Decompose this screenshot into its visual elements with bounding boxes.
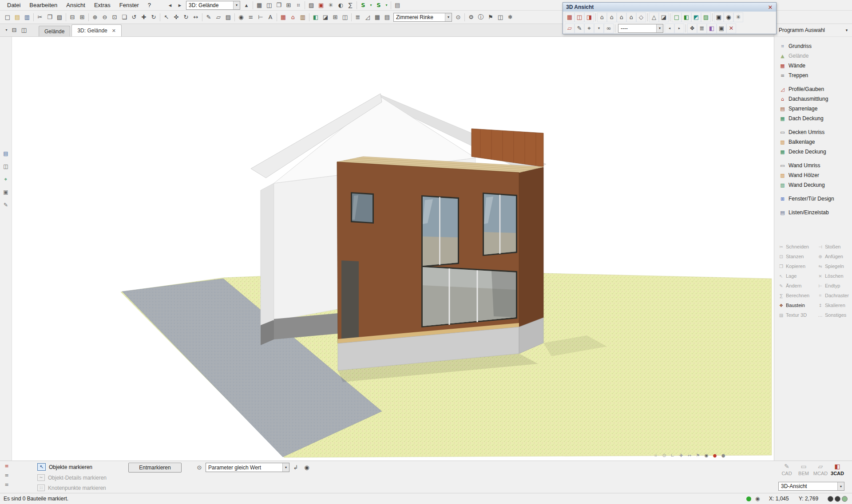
list-icon[interactable]: ▤ (382, 13, 392, 22)
select-objects-icon[interactable]: ↖ (37, 463, 46, 471)
copy-image-icon[interactable]: ❐ (274, 1, 284, 10)
redraw-icon[interactable]: ↻ (149, 13, 159, 22)
camera-views-icon[interactable]: ▣ (1, 187, 11, 197)
profile-selector-arrow-icon[interactable]: ▾ (445, 13, 452, 21)
select-objects-row[interactable]: ↖ Objekte markieren (37, 463, 92, 471)
script-menu-1-caret-icon[interactable]: ▾ (368, 1, 374, 10)
filter-next-icon[interactable]: ▸ (674, 24, 684, 33)
tool-l-schen[interactable]: ✕Löschen (817, 271, 852, 281)
pane-options-caret-icon[interactable]: ▾ (4, 26, 9, 35)
snap-grid-icon[interactable]: ⌗ (652, 452, 659, 459)
tool-ndern[interactable]: ✎Ändern (778, 281, 817, 291)
table-icon[interactable]: ▦ (373, 13, 382, 22)
zoom-out-icon[interactable]: ⊖ (100, 13, 110, 22)
print-icon[interactable]: ⊟ (67, 13, 77, 22)
database-icon[interactable]: ▤ (392, 1, 402, 10)
view-selector[interactable]: 3D: Gelände▾ (186, 1, 240, 10)
visibility-icon[interactable]: ◉ (236, 13, 246, 22)
view-mode-combo[interactable]: 3D-Ansicht ▾ (778, 482, 844, 491)
front-elevation-icon[interactable]: ◫ (575, 12, 584, 22)
node-points-icon[interactable]: ∷ (37, 484, 45, 491)
red-indicator-dot[interactable]: ● (711, 452, 718, 459)
program-item-dachausmittlung[interactable]: ⌂Dachausmittlung (774, 94, 852, 104)
select-icon[interactable]: ↖ (162, 13, 171, 22)
move-icon[interactable]: ✜ (171, 13, 181, 22)
menu-datei[interactable]: Datei (3, 0, 25, 10)
storey-icon[interactable]: ◫ (1, 161, 11, 171)
settings-gear-icon[interactable]: ⚙ (466, 13, 476, 22)
zoom-window-icon[interactable]: ⊡ (110, 13, 119, 22)
perspective-view-icon[interactable]: △ (649, 12, 659, 22)
program-panel-header[interactable]: Programm Auswahl ▾ (774, 24, 852, 37)
users-icon[interactable]: ◫ (495, 13, 505, 22)
status-eye-icon[interactable]: ◉ (755, 496, 760, 502)
dimension-toggle-icon[interactable]: ↔ (686, 452, 693, 459)
shadow-icon[interactable]: ◐ (336, 1, 345, 10)
close-tool-icon[interactable]: ✕ (726, 24, 736, 33)
history-back-icon[interactable]: ◂ (165, 1, 175, 10)
snowflake-icon[interactable]: ❄ (505, 13, 515, 22)
parameter-search-field[interactable]: ▾ (206, 463, 289, 472)
program-item-decke-deckung[interactable]: ▦Decke Deckung (774, 147, 852, 157)
group-layers-icon[interactable]: ≡ (3, 481, 11, 488)
search-icon[interactable]: ⊙ (194, 463, 204, 472)
house-east-view-icon[interactable]: ⌂ (607, 12, 617, 22)
palette-close-icon[interactable]: ✕ (766, 4, 774, 11)
grid-icon[interactable]: ⌗ (293, 1, 303, 10)
tool-sonstiges[interactable]: …Sonstiges (817, 310, 852, 320)
zoom-previous-icon[interactable]: ↺ (129, 13, 139, 22)
snap-object-icon[interactable]: ⊙ (661, 452, 668, 459)
project-structure-icon[interactable]: ▤ (1, 149, 11, 158)
textured-mode-icon[interactable]: ▨ (701, 12, 711, 22)
isometric-view-icon[interactable]: ◇ (636, 12, 646, 22)
program-item-wand-umriss[interactable]: ▭Wand Umriss (774, 161, 852, 170)
light-icon[interactable]: ✳ (326, 1, 336, 10)
layout-icon[interactable]: ⊞ (284, 1, 293, 10)
tool-dachraster[interactable]: ⌗Dachraster (817, 291, 852, 300)
marks-icon[interactable]: ⚑ (694, 452, 701, 459)
tool-stanzen[interactable]: ⊡Stanzen (778, 252, 817, 261)
annotate-icon[interactable]: ✎ (575, 24, 584, 33)
find-object-icon[interactable]: ◉ (302, 463, 312, 472)
filter-prev-icon[interactable]: ◂ (665, 24, 674, 33)
window-tool-icon[interactable]: ⊞ (330, 13, 340, 22)
info-icon[interactable]: ⓘ (476, 13, 486, 22)
text-icon[interactable]: A (266, 13, 275, 22)
layer-filter-combo[interactable]: ----▾ (618, 24, 663, 33)
photo-icon[interactable]: ◉ (724, 12, 733, 22)
viewport-canvas[interactable] (12, 37, 774, 461)
script-menu-2-caret-icon[interactable]: ▾ (384, 1, 389, 10)
program-item-wand-h-lzer[interactable]: ▥Wand Hölzer (774, 170, 852, 180)
save-icon[interactable]: ▥ (22, 13, 32, 22)
mode-cad[interactable]: ✎CAD (778, 462, 795, 476)
eye-toggle-icon[interactable]: ◉ (703, 452, 710, 459)
tab-3d-gelaende[interactable]: 3D: Gelände ✕ (71, 24, 122, 36)
measure-icon[interactable]: ↔ (191, 13, 201, 22)
shaded-mode-icon[interactable]: ◩ (691, 12, 701, 22)
program-item-profile-gauben[interactable]: ◿Profile/Gauben (774, 84, 852, 94)
eraser-icon[interactable]: ▱ (214, 13, 223, 22)
dimension-icon[interactable]: ⊢ (256, 13, 266, 22)
search-profile-icon[interactable]: ⊙ (453, 13, 463, 22)
view-level-up-icon[interactable]: ▴ (242, 1, 251, 10)
paste-icon[interactable]: ▧ (55, 13, 64, 22)
palette-title-bar[interactable]: 3D Ansicht ✕ (563, 3, 776, 12)
copy-icon[interactable]: ❐ (45, 13, 55, 22)
rotate-icon[interactable]: ↻ (181, 13, 191, 22)
zones-layers-icon[interactable]: ≡ (3, 462, 11, 470)
tool-sto-en[interactable]: ⊣Stoßen (817, 242, 852, 252)
zoom-all-icon[interactable]: ❏ (119, 13, 129, 22)
stairs-tool-icon[interactable]: ≣ (353, 13, 363, 22)
layer-filter-combo-arrow-icon[interactable]: ▾ (656, 24, 663, 32)
program-item-grundriss[interactable]: ⌗Grundriss (774, 41, 852, 51)
cube-purple-icon[interactable]: ◧ (707, 24, 717, 33)
menu-fenster[interactable]: Fenster (115, 0, 143, 10)
mode-mcad[interactable]: ▱MCAD (812, 462, 829, 476)
mode-bem[interactable]: ▭BEM (795, 462, 812, 476)
tool-textur-3d[interactable]: ▨Textur 3D (778, 310, 817, 320)
program-item-fenster-t-r-design[interactable]: ⊞Fenster/Tür Design (774, 194, 852, 204)
new-document-icon[interactable]: □ (3, 13, 12, 22)
tile-horizontal-icon[interactable]: ⊟ (9, 26, 19, 35)
view-mode-arrow-icon[interactable]: ▾ (837, 482, 844, 490)
program-item-wand-deckung[interactable]: ▥Wand Deckung (774, 180, 852, 190)
